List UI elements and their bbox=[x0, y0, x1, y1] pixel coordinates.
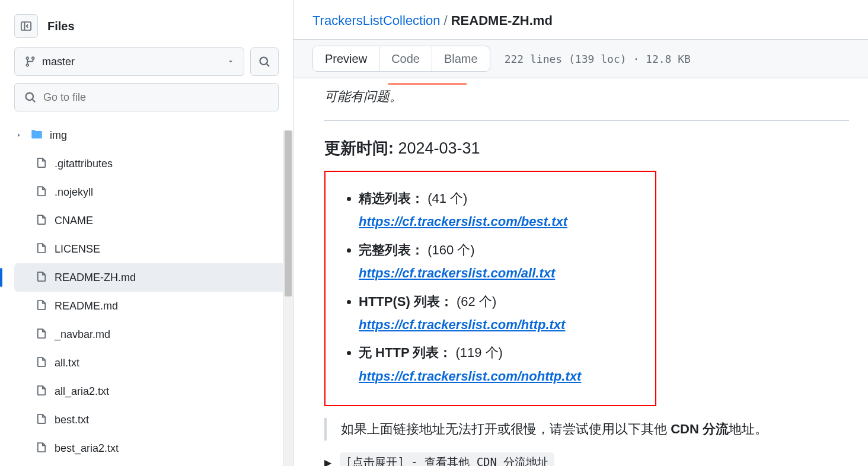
list-count: (160 个) bbox=[427, 242, 474, 257]
svg-line-3 bbox=[267, 64, 269, 66]
view-tabs: Preview Code Blame bbox=[312, 46, 490, 72]
tree-file-item[interactable]: CNAME bbox=[14, 206, 286, 235]
expand-details[interactable]: ▶ [点击展开] - 查看其他 CDN 分流地址 bbox=[324, 452, 849, 466]
list-count: (119 个) bbox=[455, 345, 502, 360]
tree-item-label: README.md bbox=[55, 300, 118, 312]
list-url-link[interactable]: https://cf.trackerslist.com/best.txt bbox=[359, 210, 643, 232]
tree-item-label: all_aria2.txt bbox=[55, 385, 109, 398]
files-title: Files bbox=[47, 20, 75, 33]
list-url-link[interactable]: https://cf.trackerslist.com/all.txt bbox=[359, 262, 643, 284]
tree-folder-item[interactable]: img bbox=[14, 121, 286, 149]
tree-item-label: README-ZH.md bbox=[55, 272, 136, 284]
branch-selector[interactable]: master bbox=[14, 47, 244, 76]
update-date: 2024-03-31 bbox=[398, 139, 480, 157]
list-count: (62 个) bbox=[457, 294, 496, 309]
triangle-right-icon: ▶ bbox=[324, 457, 331, 466]
file-stats: 222 lines (139 loc) · 12.8 KB bbox=[505, 53, 691, 65]
list-url-link[interactable]: https://cf.trackerslist.com/http.txt bbox=[359, 314, 643, 336]
tab-blame[interactable]: Blame bbox=[432, 46, 490, 71]
search-icon bbox=[24, 91, 36, 103]
tracker-list-item: 精选列表： (41 个)https://cf.trackerslist.com/… bbox=[359, 187, 643, 233]
tree-file-item[interactable]: README-ZH.md bbox=[14, 263, 286, 292]
list-label: HTTP(S) 列表： bbox=[359, 294, 453, 309]
svg-point-2 bbox=[260, 58, 268, 65]
branch-name: master bbox=[42, 56, 221, 68]
tree-item-label: _navbar.md bbox=[55, 328, 110, 341]
file-icon bbox=[36, 413, 47, 427]
details-label: [点击展开] - 查看其他 CDN 分流地址 bbox=[340, 452, 554, 466]
update-heading: 更新时间: 2024-03-31 bbox=[324, 138, 849, 159]
tree-file-item[interactable]: _navbar.md bbox=[14, 320, 286, 349]
file-icon bbox=[36, 327, 47, 342]
update-label: 更新时间: bbox=[324, 139, 394, 157]
scrollbar-thumb[interactable] bbox=[285, 130, 292, 296]
file-search-input[interactable] bbox=[43, 91, 269, 104]
divider bbox=[324, 120, 849, 121]
tree-item-label: all.txt bbox=[55, 357, 79, 369]
tab-preview[interactable]: Preview bbox=[313, 46, 379, 71]
scrollbar[interactable] bbox=[283, 130, 293, 466]
svg-line-5 bbox=[33, 100, 35, 102]
search-button[interactable] bbox=[250, 47, 279, 76]
tracker-list-item: HTTP(S) 列表： (62 个)https://cf.trackerslis… bbox=[359, 291, 643, 336]
collapse-sidebar-button[interactable] bbox=[14, 14, 38, 38]
caret-down-icon bbox=[227, 58, 234, 65]
quote-suffix: 地址。 bbox=[729, 422, 768, 436]
tree-item-label: img bbox=[50, 129, 67, 142]
list-count: (41 个) bbox=[427, 191, 467, 206]
tree-file-item[interactable]: .gitattributes bbox=[14, 149, 286, 178]
folder-icon bbox=[31, 128, 43, 143]
panel-collapse-icon bbox=[20, 20, 32, 32]
list-label: 无 HTTP 列表： bbox=[359, 345, 452, 360]
sidebar-controls: master bbox=[0, 47, 293, 83]
list-url-link[interactable]: https://cf.trackerslist.com/nohttp.txt bbox=[359, 365, 643, 387]
tab-code[interactable]: Code bbox=[379, 46, 432, 71]
quote-prefix: 如果上面链接地址无法打开或很慢，请尝试使用以下其他 bbox=[341, 422, 671, 436]
file-icon bbox=[36, 185, 47, 200]
file-icon bbox=[36, 299, 47, 314]
tree-file-item[interactable]: best_aria2.txt bbox=[14, 434, 286, 462]
file-icon bbox=[36, 384, 47, 399]
breadcrumb-repo-link[interactable]: TrackersListCollection bbox=[312, 13, 441, 28]
highlighted-lists-box: 精选列表： (41 个)https://cf.trackerslist.com/… bbox=[324, 171, 656, 406]
file-icon bbox=[36, 213, 47, 228]
git-branch-icon bbox=[24, 56, 36, 68]
tree-item-label: LICENSE bbox=[55, 243, 100, 256]
tree-item-label: CNAME bbox=[55, 215, 93, 227]
file-content: 可能有问题。 更新时间: 2024-03-31 精选列表： (41 个)http… bbox=[293, 78, 868, 466]
file-icon bbox=[36, 270, 47, 285]
tree-file-item[interactable]: all_aria2.txt bbox=[14, 377, 286, 406]
tree-item-label: .nojekyll bbox=[55, 186, 93, 199]
breadcrumb: TrackersListCollection / README-ZH.md bbox=[293, 0, 868, 39]
file-icon bbox=[36, 242, 47, 257]
tree-file-item[interactable]: all.txt bbox=[14, 349, 286, 377]
main-panel: TrackersListCollection / README-ZH.md Pr… bbox=[293, 0, 868, 466]
tree-item-label: .gitattributes bbox=[55, 158, 113, 170]
tree-file-item[interactable]: README.md bbox=[14, 292, 286, 320]
quote-bold: CDN 分流 bbox=[671, 422, 729, 436]
tracker-list-item: 完整列表： (160 个)https://cf.trackerslist.com… bbox=[359, 239, 643, 285]
sidebar-header: Files bbox=[0, 0, 293, 47]
cdn-note: 如果上面链接地址无法打开或很慢，请尝试使用以下其他 CDN 分流地址。 bbox=[324, 418, 849, 441]
search-icon bbox=[259, 56, 270, 68]
italic-note: 可能有问题。 bbox=[324, 88, 849, 106]
tree-file-item[interactable]: LICENSE bbox=[14, 235, 286, 263]
tracker-lists: 精选列表： (41 个)https://cf.trackerslist.com/… bbox=[337, 187, 643, 387]
tracker-list-item: 无 HTTP 列表： (119 个)https://cf.trackerslis… bbox=[359, 341, 643, 387]
file-icon bbox=[36, 441, 47, 456]
tree-item-label: best.txt bbox=[55, 414, 89, 426]
file-sidebar: Files master img.gitattributes.nojekyllC… bbox=[0, 0, 293, 466]
breadcrumb-separator: / bbox=[444, 13, 448, 28]
svg-point-4 bbox=[26, 93, 34, 101]
file-icon bbox=[36, 157, 47, 171]
file-search-box[interactable] bbox=[14, 83, 279, 111]
file-icon bbox=[36, 356, 47, 371]
list-label: 精选列表： bbox=[359, 191, 424, 206]
chevron-right-icon bbox=[14, 132, 24, 139]
tree-file-item[interactable]: best.txt bbox=[14, 406, 286, 434]
tree-item-label: best_aria2.txt bbox=[55, 442, 119, 455]
list-label: 完整列表： bbox=[359, 242, 424, 257]
file-tree: img.gitattributes.nojekyllCNAMELICENSERE… bbox=[0, 121, 293, 466]
breadcrumb-current: README-ZH.md bbox=[451, 13, 553, 28]
tree-file-item[interactable]: .nojekyll bbox=[14, 178, 286, 206]
